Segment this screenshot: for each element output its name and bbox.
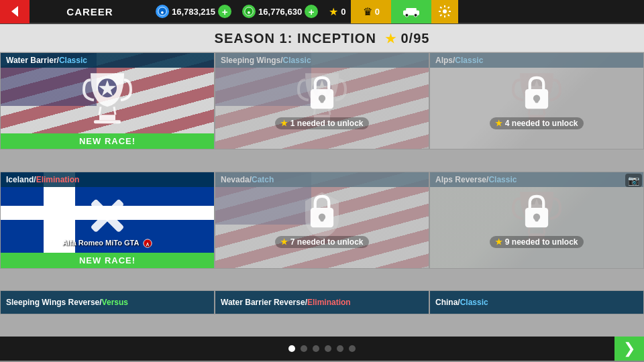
svg-text:●: ● <box>247 9 250 15</box>
crown-value: 0 <box>375 7 380 17</box>
sleeping-wings-card[interactable]: Sleeping Wings/Classic ★ 1 needed to unl… <box>215 52 429 149</box>
china-title: China/Classic <box>435 298 488 307</box>
water-barrier-reverse-card[interactable]: Water Barrier Reverse/Elimination <box>215 290 429 314</box>
green-currency-group: ● 16,776,630 + <box>237 5 323 18</box>
svg-rect-10 <box>99 115 115 120</box>
blue-currency-icon: ● <box>156 5 169 18</box>
green-currency-icon: ● <box>242 5 256 18</box>
water-barrier-reverse-title: Water Barrier Reverse/Elimination <box>221 298 351 307</box>
back-button[interactable] <box>0 0 30 23</box>
sleeping-wings-lock: ★ 1 needed to unlock <box>215 53 429 149</box>
alps-reverse-lock: ★ 9 needed to unlock <box>430 172 643 268</box>
pagination-dot-5[interactable] <box>337 345 343 352</box>
blue-currency-value: 16,783,215 <box>172 7 215 17</box>
water-barrier-new-race: NEW RACE! <box>1 133 214 149</box>
svg-point-9 <box>443 9 447 13</box>
career-label: CAREER <box>30 6 150 17</box>
nevada-lock: ★ 7 needed to unlock <box>215 172 429 268</box>
svg-point-8 <box>415 13 418 17</box>
next-page-button[interactable]: ❯ <box>614 337 644 361</box>
settings-button[interactable] <box>431 0 458 23</box>
pagination-dot-6[interactable] <box>349 345 356 352</box>
iceland-title: Iceland/Elimination <box>1 172 214 187</box>
green-currency-value: 16,776,630 <box>258 7 302 17</box>
svg-rect-6 <box>407 8 417 12</box>
crown-icon: ♛ <box>363 5 372 18</box>
svg-point-7 <box>405 13 409 17</box>
stars-group: ★ 0 <box>323 5 351 18</box>
green-currency-add-button[interactable]: + <box>305 5 318 18</box>
svg-rect-35 <box>320 217 323 222</box>
pagination-bar: ❯ <box>0 337 644 361</box>
alps-lock-text: ★ 4 needed to unlock <box>490 117 583 129</box>
pagination-dot-4[interactable] <box>325 345 331 352</box>
svg-rect-27 <box>535 98 538 103</box>
sleeping-wings-reverse-title: Sleeping Wings Reverse/Versus <box>6 298 128 307</box>
trophy-icon <box>80 66 134 129</box>
blue-currency-group: ● 16,783,215 + <box>150 5 237 18</box>
iceland-card[interactable]: Iceland/Elimination Alfa Romeo MiTo GTA … <box>0 172 215 269</box>
iceland-car-label: Alfa Romeo MiTo GTA A <box>1 239 214 248</box>
star-icon: ★ <box>329 5 338 18</box>
iceland-new-race: NEW RACE! <box>1 253 214 268</box>
water-barrier-title: Water Barrier/Classic <box>1 53 214 68</box>
sleeping-wings-reverse-card[interactable]: Sleeping Wings Reverse/Versus <box>0 290 215 314</box>
pagination-dot-1[interactable] <box>288 345 295 352</box>
sleeping-wings-lock-text: ★ 1 needed to unlock <box>275 117 368 129</box>
alps-reverse-lock-text: ★ 9 needed to unlock <box>490 236 583 248</box>
alps-lock: ★ 4 needed to unlock <box>430 53 643 149</box>
pagination-dot-3[interactable] <box>313 345 319 352</box>
alps-card[interactable]: Alps/Classic ★ 4 needed to unlock <box>429 52 644 149</box>
season-star-icon: ★ <box>385 32 396 46</box>
elimination-x-icon <box>80 189 134 245</box>
season-stars-value: 0/95 <box>396 31 429 46</box>
svg-rect-11 <box>94 120 121 123</box>
nevada-lock-text: ★ 7 needed to unlock <box>275 236 368 248</box>
svg-rect-42 <box>535 217 538 222</box>
season-title: SEASON 1: INCEPTION <box>215 31 385 46</box>
car-button[interactable] <box>391 0 431 23</box>
camera-badge: 📷 <box>625 174 642 187</box>
svg-marker-0 <box>11 6 18 17</box>
season-header: SEASON 1: INCEPTION ★ 0/95 <box>0 24 644 52</box>
svg-text:A: A <box>146 241 150 246</box>
alps-reverse-card[interactable]: Alps Reverse/Classic 📷 ★ 9 needed to unl… <box>429 172 644 269</box>
water-barrier-card[interactable]: Water Barrier/Classic NEW RACE! <box>0 52 215 149</box>
top-bar: CAREER ● 16,783,215 + ● 16,776,630 + ★ 0… <box>0 0 644 24</box>
china-card[interactable]: China/Classic <box>429 290 644 314</box>
crown-button[interactable]: ♛ 0 <box>351 0 391 23</box>
svg-rect-20 <box>320 98 323 103</box>
nevada-catch-card[interactable]: Nevada/Catch ★ 7 needed to unlock <box>215 172 429 269</box>
pagination-dot-2[interactable] <box>301 345 307 352</box>
svg-text:●: ● <box>160 9 164 15</box>
stars-value: 0 <box>341 7 345 17</box>
blue-currency-add-button[interactable]: + <box>218 5 231 18</box>
race-grid: Water Barrier/Classic NEW RACE! Sleeping… <box>0 52 644 337</box>
